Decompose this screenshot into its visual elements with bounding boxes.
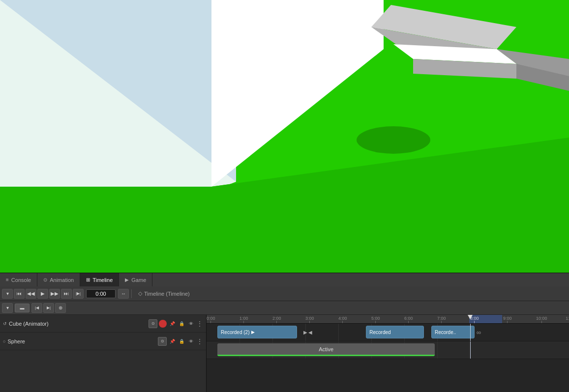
svg-point-10 <box>357 126 430 154</box>
playhead-triangle <box>468 315 473 319</box>
sphere-track-controls: ⊙ 📌 🔒 👁 ⋮ <box>158 337 203 346</box>
ruler-mark-0: 0:00 <box>207 316 215 323</box>
sphere-track-icon: ○ <box>3 339 5 344</box>
clip-active[interactable]: Active <box>217 343 435 356</box>
expand-btn[interactable]: ↔ <box>118 289 129 299</box>
sphere-lock-btn[interactable]: 🔒 <box>178 337 185 345</box>
timeline-main: ↺ Cube (Animator) ⊙ 📌 🔒 <box>0 315 569 392</box>
track-row-sphere[interactable]: Active <box>207 341 569 359</box>
grid-4 <box>338 324 339 341</box>
ruler-mark-3: 3:00 <box>305 316 314 323</box>
toolbar-row-1: ▾ ⏮ ◀◀ ▶ ▶▶ ⏭ |▶| ↔ ◇ Timeline (Timeline… <box>0 286 569 301</box>
timeline-path-icon: ◇ <box>138 290 142 297</box>
sphere-track-name: Sphere <box>7 338 156 344</box>
clip-transition-1: ▶ ◀ <box>299 326 317 338</box>
skip-back-btn[interactable]: ⏮ <box>14 289 25 299</box>
clip-infinity: ∞ <box>477 326 481 338</box>
ruler-mark-1: 1:00 <box>240 316 248 323</box>
sgrid-7 <box>437 341 438 359</box>
snap-btn[interactable]: ▶| <box>43 303 54 313</box>
cube-track-icon: ↺ <box>3 321 7 326</box>
toolbar-row-2: ▾ ▬ |◀ ▶| ⊕ <box>0 301 569 315</box>
add-marker-btn[interactable]: |◀ <box>31 303 42 313</box>
bottom-panels: ≡ Console ⊙ Animation ⊞ Timeline ▶ Game … <box>0 273 569 392</box>
console-icon: ≡ <box>6 277 9 282</box>
step-forward-btn[interactable]: ▶▶ <box>49 289 60 299</box>
pin-btn[interactable]: ⊕ <box>55 303 66 313</box>
timeline-tracks-area: 0:00 1:00 2:00 3:00 <box>207 315 569 392</box>
time-input[interactable] <box>86 289 116 298</box>
dropdown-btn-2[interactable]: ▾ <box>2 303 13 313</box>
tab-animation[interactable]: ⊙ Animation <box>37 273 80 286</box>
tab-bar: ≡ Console ⊙ Animation ⊞ Timeline ▶ Game <box>0 273 569 286</box>
scene-view <box>0 0 569 273</box>
cube-track-name: Cube (Animator) <box>9 321 147 327</box>
ruler-mark-4: 4:00 <box>338 316 347 323</box>
ruler-mark-6: 6:00 <box>404 316 413 323</box>
clip-recorded-mid[interactable]: Recorded <box>366 326 424 338</box>
time-ruler: 0:00 1:00 2:00 3:00 <box>207 315 569 324</box>
ruler-mark-9: 9:00 <box>503 316 512 323</box>
clip-right-arrow-1: ▶ <box>251 330 255 335</box>
track-headers: ↺ Cube (Animator) ⊙ 📌 🔒 <box>0 315 207 392</box>
ruler-mark-11: 11:00 <box>566 316 569 323</box>
playhead-line-track1 <box>470 324 471 341</box>
ruler-mark-2: 2:00 <box>272 316 281 323</box>
separator-1 <box>131 289 132 298</box>
cube-avatar-btn[interactable]: ⊙ <box>149 319 157 328</box>
playhead-line-track2 <box>470 341 471 359</box>
timeline-icon: ⊞ <box>86 277 90 282</box>
play-btn[interactable]: ▶ <box>37 289 48 299</box>
cube-pin-btn[interactable]: 📌 <box>168 320 176 328</box>
cube-track-controls: ⊙ 📌 🔒 👁 ⋮ <box>149 319 203 328</box>
ruler-mark-10: 10:00 <box>536 316 547 323</box>
track-header-cube: ↺ Cube (Animator) ⊙ 📌 🔒 <box>0 315 206 333</box>
sphere-menu-btn[interactable]: ⋮ <box>196 338 203 345</box>
clip-recorded-right[interactable]: Recorde.. <box>431 326 475 338</box>
record-mode-btn[interactable]: |▶| <box>73 289 84 299</box>
cube-menu-btn[interactable]: ⋮ <box>196 320 203 327</box>
sphere-pin-btn[interactable]: 📌 <box>168 337 176 345</box>
cube-eye-btn[interactable]: 👁 <box>187 320 195 328</box>
cube-record-btn[interactable] <box>159 320 167 328</box>
view-dropdown-btn[interactable]: ▾ <box>2 289 13 299</box>
cube-lock-btn[interactable]: 🔒 <box>178 320 185 328</box>
track-header-sphere: ○ Sphere ⊙ 📌 🔒 👁 ⋮ <box>0 333 206 350</box>
tab-console[interactable]: ≡ Console <box>0 273 37 286</box>
track-row-cube[interactable]: Recorded (2) ▶ ▶ ◀ Recorded Recorde.. <box>207 324 569 341</box>
animation-icon: ⊙ <box>43 277 47 282</box>
sphere-eye-btn[interactable]: 👁 <box>187 337 195 345</box>
game-icon: ▶ <box>125 277 129 282</box>
ruler-mark-7: 7:00 <box>437 316 446 323</box>
track-view-btn[interactable]: ▬ <box>15 304 30 312</box>
sphere-avatar-btn[interactable]: ⊙ <box>158 337 167 346</box>
ruler-mark-5: 5:00 <box>371 316 380 323</box>
step-back-btn[interactable]: ◀◀ <box>26 289 36 299</box>
timeline-breadcrumb: ◇ Timeline (Timeline) <box>134 290 194 297</box>
skip-forward-btn[interactable]: ⏭ <box>61 289 72 299</box>
clip-recorded-2[interactable]: Recorded (2) ▶ <box>217 326 297 338</box>
tab-game[interactable]: ▶ Game <box>119 273 152 286</box>
tab-timeline[interactable]: ⊞ Timeline <box>80 273 119 286</box>
